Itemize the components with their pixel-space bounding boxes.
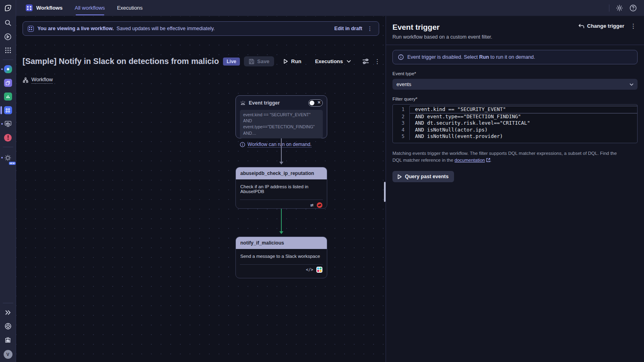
whats-new-icon[interactable] (0, 333, 16, 347)
workflow-canvas[interactable]: You are viewing a live workflow. Saved u… (16, 16, 386, 362)
sidebar-item-services-app[interactable] (0, 76, 16, 90)
workflows-app-badge-icon (26, 4, 33, 11)
code-line[interactable]: AND dt.security.risk.level=="CRITICAL" (410, 120, 637, 127)
event-trigger-node[interactable]: Event trigger ✕ event.kind == "SECURITY_… (235, 95, 327, 138)
code-line[interactable]: AND isNotNull(actor.ips) (410, 127, 637, 134)
apps-grid-icon[interactable] (0, 43, 16, 57)
filter-query-label: Filter query* (392, 97, 638, 101)
info-icon (240, 142, 245, 147)
task-node-slack-notify[interactable]: notify_if_malicious Send a message to a … (235, 237, 327, 278)
tab-executions[interactable]: Executions (117, 5, 143, 11)
line-number: 5 (393, 133, 410, 140)
task-description: Check if an IP address is listed in Abus… (236, 179, 327, 197)
editor-line[interactable]: 1event.kind == "SECURITY_EVENT" (393, 106, 637, 113)
editor-line[interactable]: 4AND isNotNull(actor.ips) (393, 127, 637, 134)
banner-kebab-menu-icon[interactable]: ⋮ (366, 26, 374, 31)
sidebar-item-kubernetes-app[interactable] (0, 62, 16, 76)
edge-task1-to-task2 (281, 209, 282, 234)
filter-query-editor[interactable]: 1event.kind == "SECURITY_EVENT"2AND even… (392, 104, 638, 143)
run-on-demand-link[interactable]: Workflow can run on demand. (248, 142, 312, 148)
workflow-grid-icon (28, 26, 34, 32)
play-icon (397, 174, 402, 179)
notification-dot (1, 68, 3, 70)
panel-kebab-menu-icon[interactable]: ⋮ (629, 23, 638, 29)
rail-divider (3, 303, 13, 303)
event-type-select[interactable]: events (392, 79, 638, 90)
external-link-icon (486, 157, 490, 165)
save-button[interactable]: Save (244, 56, 274, 66)
return-arrow-icon (578, 24, 584, 29)
task-description: Send a message to a Slack workspace (236, 249, 327, 262)
change-trigger-button[interactable]: Change trigger (578, 23, 624, 29)
info-icon (398, 54, 404, 60)
workflow-title: [Sample] Notify in Slack on detections f… (23, 57, 219, 66)
trigger-node-title: Event trigger (249, 100, 280, 106)
dynatrace-logo[interactable] (0, 0, 16, 16)
user-avatar[interactable]: V (0, 347, 16, 362)
notification-dot (1, 157, 3, 158)
live-workflow-banner: You are viewing a live workflow. Saved u… (23, 21, 379, 36)
rail-divider (3, 60, 13, 60)
top-navigation-bar: Workflows All workflows Executions (16, 0, 644, 16)
workflow-kebab-menu-icon[interactable]: ⋮ (373, 58, 382, 64)
workflow-toolbar: [Sample] Notify in Slack on detections f… (23, 56, 382, 66)
sidebar-item-metrics-app[interactable] (0, 90, 16, 103)
edit-in-draft-button[interactable]: Edit in draft (334, 26, 362, 31)
expand-rail-icon[interactable] (0, 306, 16, 319)
trigger-enabled-toggle[interactable]: ✕ (308, 99, 323, 107)
trigger-disabled-infobox: Event trigger is disabled. Select Run to… (392, 50, 638, 64)
abuseipdb-logo-icon (317, 202, 322, 208)
task-node-abuseipdb[interactable]: abuseipdb_check_ip_reputation Check if a… (235, 167, 327, 209)
app-rail: NEW V (0, 0, 16, 362)
help-icon[interactable] (630, 4, 637, 12)
workflows-app-icon (4, 106, 12, 114)
code-icon: </> (306, 267, 313, 272)
panel-resize-handle[interactable] (384, 182, 386, 202)
tab-all-workflows[interactable]: All workflows (75, 5, 105, 11)
kubernetes-app-icon (4, 65, 12, 73)
editor-line[interactable]: 5AND isNotNull(event.provider) (393, 133, 637, 140)
editor-line[interactable]: 2AND event.type=="DETECTION_FINDING" (393, 113, 637, 120)
line-number: 3 (393, 120, 410, 127)
line-number: 4 (393, 127, 410, 134)
panel-title: Event trigger (392, 23, 440, 32)
run-button[interactable]: Run (278, 56, 306, 66)
support-lifebuoy-icon[interactable] (0, 319, 16, 333)
sidebar-item-problems-app[interactable] (0, 131, 16, 144)
event-type-label: Event type* (392, 71, 638, 76)
editor-line[interactable]: 3AND dt.security.risk.level=="CRITICAL" (393, 120, 637, 127)
documentation-link[interactable]: documentation (454, 158, 485, 162)
code-line[interactable]: event.kind == "SECURITY_EVENT" (410, 106, 637, 113)
sidebar-item-dashboards-app[interactable] (0, 117, 16, 131)
panel-subtitle: Run workflow based on a custom event fil… (392, 34, 638, 40)
executions-dropdown[interactable]: Executions (310, 56, 356, 66)
problems-app-icon (4, 134, 12, 142)
edge-trigger-to-task1 (281, 138, 282, 164)
divider (609, 4, 609, 12)
metrics-app-icon (4, 93, 12, 101)
query-past-events-button[interactable]: Query past events (392, 171, 454, 182)
new-badge: NEW (9, 162, 16, 165)
sidebar-item-workflows-app[interactable] (0, 103, 16, 117)
live-status-badge: Live (223, 58, 240, 66)
search-icon[interactable] (0, 16, 16, 30)
loop-icon: ⇄ (310, 202, 314, 208)
settings-gear-icon[interactable] (616, 4, 623, 12)
code-line[interactable]: AND event.type=="DETECTION_FINDING" (410, 113, 637, 120)
services-app-icon (4, 79, 12, 87)
workflow-view-tab[interactable]: Workflow (23, 76, 53, 84)
filter-help-text: Matching events trigger the workflow. Th… (392, 150, 626, 165)
code-line[interactable]: AND isNotNull(event.provider) (410, 133, 637, 140)
quick-launch-icon[interactable] (0, 30, 16, 43)
notification-dot (1, 123, 3, 125)
tab-workflows[interactable]: Workflows (36, 5, 63, 11)
chevron-down-icon (347, 60, 351, 63)
divider (386, 45, 644, 45)
task-name: notify_if_malicious (236, 237, 327, 249)
siren-icon (240, 101, 246, 106)
active-indicator (0, 106, 2, 114)
sidebar-item-settings-app[interactable]: NEW (0, 150, 16, 166)
trigger-filter-preview: event.kind == "SECURITY_EVENT" AND event… (240, 110, 323, 138)
workflow-settings-sliders-icon[interactable] (362, 58, 369, 64)
slack-logo-icon (316, 267, 322, 273)
